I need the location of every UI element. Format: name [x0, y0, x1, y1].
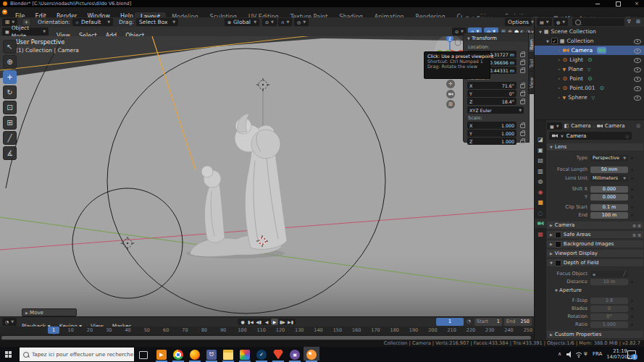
- timeline-ruler[interactable]: 1 11020304050607080901001101201301401501…: [0, 327, 534, 334]
- scale-tool-icon[interactable]: ⊡: [3, 101, 17, 114]
- lock-icon[interactable]: [520, 69, 525, 73]
- outliner-display-mode-dropdown[interactable]: ▤▼: [537, 18, 552, 26]
- shift-x-field[interactable]: 0.000: [590, 186, 628, 193]
- outliner-row-light[interactable]: •⊙Light⊙: [535, 55, 644, 64]
- network-icon[interactable]: [575, 351, 582, 358]
- panel-aperture[interactable]: ▼ Aperture: [555, 287, 582, 293]
- camera-view-icon[interactable]: [446, 90, 455, 98]
- scale-x-field[interactable]: X1.000: [467, 122, 517, 129]
- animate-dot[interactable]: [631, 214, 633, 216]
- taskbar-brave-icon[interactable]: [270, 348, 286, 361]
- measure-tool-icon[interactable]: ∡: [3, 146, 17, 160]
- lock-icon[interactable]: [520, 140, 525, 144]
- current-frame-field[interactable]: 1: [436, 318, 464, 326]
- transform-orientation-dropdown[interactable]: ⊕Global▼: [225, 18, 259, 26]
- visibility-eye-icon[interactable]: [634, 96, 641, 101]
- lock-icon[interactable]: [520, 100, 525, 104]
- lock-icon[interactable]: [520, 124, 525, 128]
- frame-start-field[interactable]: Start1: [474, 318, 502, 326]
- taskbar-search-input[interactable]: Tapez ici pour effectuer une recherche: [20, 348, 134, 361]
- clip-start-field[interactable]: 0.1 m: [590, 204, 628, 211]
- active-camera-data-icon[interactable]: [597, 47, 606, 54]
- tray-chevron-icon[interactable]: ∧: [558, 351, 561, 357]
- speaker-icon[interactable]: [566, 351, 573, 358]
- animate-dot[interactable]: [631, 177, 633, 180]
- cursor-tool-icon[interactable]: ⊕: [3, 55, 17, 69]
- timeline-editor-type-dropdown[interactable]: ◔▼: [2, 318, 17, 326]
- use-preview-range-icon[interactable]: ◔: [467, 319, 471, 324]
- safe-areas-checkbox[interactable]: [555, 232, 561, 238]
- properties-tab-texture-icon[interactable]: ▦: [535, 230, 546, 239]
- minimize-button[interactable]: [594, 1, 601, 7]
- pin-icon[interactable]: ⊙: [636, 123, 640, 129]
- outliner-row-plane[interactable]: •▼Plane▽: [535, 64, 644, 74]
- drag-dropdown[interactable]: Select Box▼: [136, 18, 178, 26]
- timeline-scrollbar[interactable]: [1, 336, 531, 340]
- play-button[interactable]: ▶: [271, 319, 278, 325]
- scale-z-field[interactable]: Z1.000: [467, 138, 517, 145]
- disclosure-icon[interactable]: ▼: [539, 30, 542, 34]
- task-view-icon[interactable]: [139, 351, 148, 359]
- language-indicator[interactable]: FRA: [593, 351, 602, 357]
- scale-y-field[interactable]: Y1.000: [467, 130, 517, 137]
- taskbar-gog-icon[interactable]: ▣: [287, 348, 303, 361]
- disclosure-icon[interactable]: ▼: [546, 39, 549, 43]
- properties-editor-type-dropdown[interactable]: ▦▼: [547, 122, 562, 130]
- collection-checkbox[interactable]: ✓: [551, 38, 558, 44]
- new-collection-icon[interactable]: ⊞: [636, 19, 640, 25]
- taskbar-chrome-icon[interactable]: [170, 348, 186, 361]
- play-reverse-button[interactable]: ◀: [263, 319, 270, 325]
- properties-tab-output-icon[interactable]: ▤: [535, 156, 546, 165]
- annotate-tool-icon[interactable]: ╱: [3, 131, 17, 145]
- notification-icon[interactable]: 1: [627, 350, 636, 359]
- operator-panel-move[interactable]: ▶ Move: [22, 308, 77, 316]
- filter-funnel-icon[interactable]: ∇: [627, 19, 631, 25]
- properties-tab-physics-icon[interactable]: ◌: [535, 209, 546, 218]
- lens-unit-dropdown[interactable]: Millimeters▼: [590, 175, 628, 182]
- lock-icon[interactable]: [520, 84, 525, 88]
- outliner-row-collection[interactable]: ▼✓▦Collection: [535, 36, 644, 46]
- properties-tab-active-tool-icon[interactable]: ◪: [535, 135, 546, 144]
- animate-dot[interactable]: [631, 300, 633, 302]
- lock-icon[interactable]: [520, 53, 525, 57]
- blades-field[interactable]: 0: [590, 306, 628, 312]
- focus-object-field[interactable]: ▪╱: [590, 271, 628, 277]
- taskbar-todo-icon[interactable]: ✓: [254, 348, 269, 361]
- animate-dot[interactable]: [631, 308, 633, 310]
- taskbar-photos-icon[interactable]: [237, 348, 253, 361]
- properties-tab-object-data-icon[interactable]: [535, 219, 546, 228]
- properties-tab-scene-icon[interactable]: ◍: [535, 177, 546, 186]
- dof-checkbox[interactable]: [555, 260, 561, 266]
- start-button[interactable]: [5, 351, 12, 358]
- editor-type-icon[interactable]: ▦: [5, 28, 9, 35]
- mode-dropdown[interactable]: ▦Object Mode▼: [2, 28, 49, 35]
- lock-icon[interactable]: [520, 92, 525, 96]
- move-tool-icon[interactable]: +: [3, 70, 17, 84]
- id-name-field[interactable]: ▼ Camera ◇: [549, 132, 632, 140]
- animate-dot[interactable]: [631, 157, 633, 159]
- visibility-eye-icon[interactable]: [634, 39, 641, 44]
- outliner-row-sphere[interactable]: •▼Sphere▽: [535, 93, 644, 102]
- panel-background-images[interactable]: ▶Background Images: [547, 240, 643, 248]
- taskbar-discord-icon[interactable]: ᗢ: [204, 348, 219, 361]
- panel-camera[interactable]: ▶Camera≣ ≣: [547, 222, 643, 230]
- lens-type-dropdown[interactable]: Perspective▼: [590, 155, 628, 161]
- rot-z-field[interactable]: Z18.4°: [467, 98, 517, 105]
- dof-distance-field[interactable]: 10 m: [590, 279, 628, 285]
- next-keyframe-button[interactable]: ▮▶: [279, 319, 286, 325]
- breadcrumb-data[interactable]: Camera: [605, 123, 624, 129]
- focal-length-field[interactable]: 50 mm: [590, 167, 628, 173]
- prev-keyframe-button[interactable]: ◀▮: [255, 319, 262, 325]
- properties-tab-world-icon[interactable]: ◉: [535, 188, 546, 197]
- rot-x-field[interactable]: X71.6°: [467, 82, 517, 89]
- orthographic-toggle-icon[interactable]: ⊞: [446, 100, 455, 109]
- close-button[interactable]: ×: [633, 1, 640, 7]
- animate-dot[interactable]: [631, 206, 633, 209]
- taskbar-blender-icon[interactable]: [304, 347, 319, 361]
- outliner-row-scene collection[interactable]: ▼▦Scene Collection: [535, 27, 644, 36]
- outliner-row-point[interactable]: •⊙Point⊙: [535, 74, 644, 83]
- snap-dropdown[interactable]: ∩▼: [278, 18, 292, 26]
- clip-end-field[interactable]: 100 m: [590, 212, 628, 219]
- rotation-mode-dropdown[interactable]: XYZ Euler▼: [467, 106, 524, 114]
- lock-icon[interactable]: [520, 132, 525, 136]
